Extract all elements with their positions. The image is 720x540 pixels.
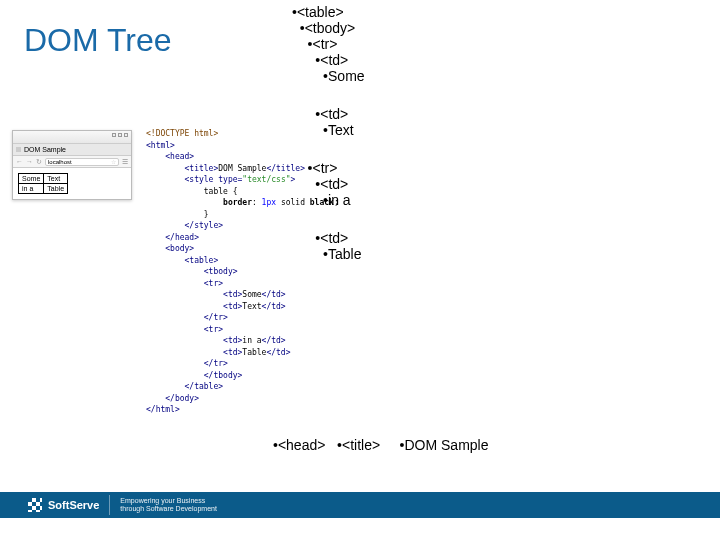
cell: Table <box>44 184 68 194</box>
tagline: Empowering your Business through Softwar… <box>120 497 217 513</box>
favicon-icon <box>16 147 21 152</box>
tab-title: DOM Sample <box>24 146 66 153</box>
browser-tab: DOM Sample <box>13 144 131 156</box>
browser-toolbar: ← → ↻ localhost ☆ ☰ <box>13 156 131 168</box>
cell: Some <box>19 174 44 184</box>
forward-icon: → <box>26 158 33 165</box>
logo-icon <box>28 498 42 512</box>
address-bar: localhost ☆ <box>45 158 119 166</box>
menu-icon: ☰ <box>122 158 128 166</box>
back-icon: ← <box>16 158 23 165</box>
reload-icon: ↻ <box>36 158 42 166</box>
browser-mock: DOM Sample ← → ↻ localhost ☆ ☰ Some Text… <box>12 130 132 200</box>
rendered-table: Some Text in a Table <box>18 173 68 194</box>
footer-bar: SoftServe Empowering your Business throu… <box>0 492 720 518</box>
dom-tree-lower: •<head> •<title> •DOM Sample <box>273 437 489 453</box>
browser-titlebar <box>13 131 131 144</box>
url-text: localhost <box>48 159 72 165</box>
divider <box>109 495 110 515</box>
page-title: DOM Tree <box>24 22 172 59</box>
browser-body: Some Text in a Table <box>13 168 131 199</box>
star-icon: ☆ <box>111 158 116 165</box>
dom-tree-upper: •<table> •<tbody> •<tr> •<td> •Some •<td… <box>292 4 365 262</box>
cell: in a <box>19 184 44 194</box>
cell: Text <box>44 174 68 184</box>
brand-name: SoftServe <box>48 499 99 511</box>
